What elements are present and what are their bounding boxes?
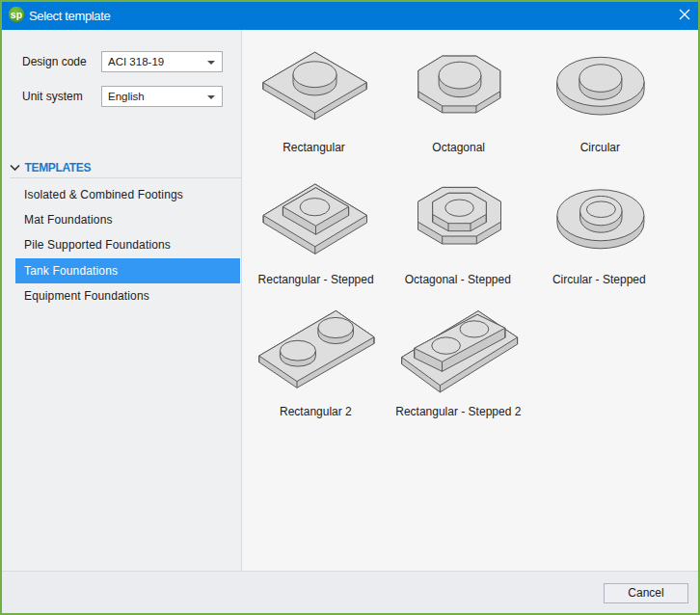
svg-text:sp: sp xyxy=(11,9,22,20)
